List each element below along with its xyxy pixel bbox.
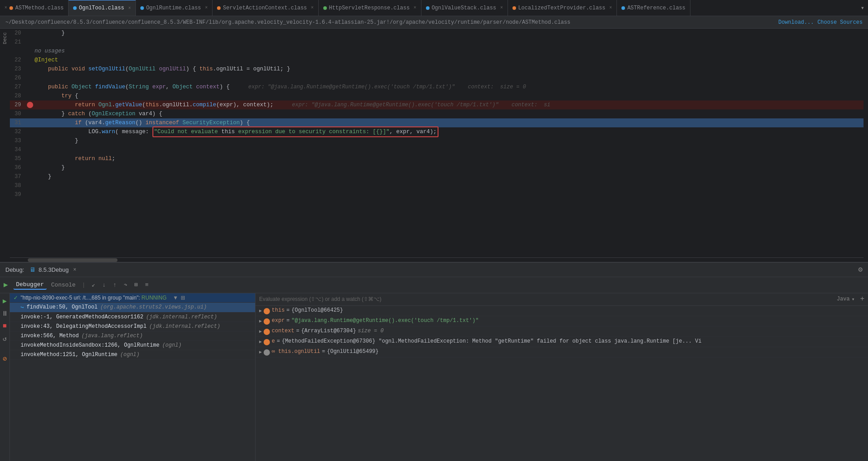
frame-class: (jdk.internal.reflect) bbox=[146, 314, 217, 320]
tab-ognlruntime[interactable]: OgnlRuntime.class × bbox=[136, 0, 213, 16]
stop-icon[interactable]: ■ bbox=[3, 322, 7, 330]
expand-arrow-icon[interactable]: ▶ bbox=[259, 329, 262, 334]
debug-resume-icon[interactable]: ▶ bbox=[4, 280, 8, 289]
close-icon[interactable]: × bbox=[414, 5, 417, 10]
code-line-30: 30 } catch (OgnlException var4) { bbox=[10, 109, 864, 118]
var-eq: = bbox=[277, 338, 280, 344]
line-number: 33 bbox=[10, 138, 26, 144]
code-line-38: 38 bbox=[10, 181, 864, 190]
close-icon[interactable]: × bbox=[205, 5, 208, 10]
tab-servletactioncontext[interactable]: ServletActionContext.class × bbox=[213, 0, 318, 16]
expand-arrow-icon[interactable]: ▶ bbox=[259, 308, 262, 313]
frame-item-4[interactable]: invokeMethodInsideSandbox:1266, OgnlRunt… bbox=[10, 341, 255, 350]
line-number: 32 bbox=[10, 129, 26, 135]
line-number: 21 bbox=[10, 39, 26, 45]
choose-sources-button[interactable]: Choose Sources bbox=[817, 19, 863, 26]
var-name: expr bbox=[272, 317, 285, 324]
left-gutter: Decc bbox=[0, 29, 10, 262]
code-line-39: 39 bbox=[10, 190, 864, 199]
var-val: "@java.lang.Runtime@getRuntime().exec('t… bbox=[291, 317, 479, 324]
var-type-icon bbox=[264, 318, 270, 325]
thread-item[interactable]: ✓ "http-nio-8090-exec-5 url: /t...,685 i… bbox=[10, 293, 255, 303]
code-line-35: 35 return null; bbox=[10, 154, 864, 163]
step-out-btn[interactable]: ↑ bbox=[110, 281, 119, 289]
vars-lang-label: Java bbox=[837, 296, 850, 302]
var-type: size = 0 bbox=[358, 328, 384, 334]
tab-astmethod[interactable]: × ASTMethod.class bbox=[0, 0, 69, 16]
close-icon[interactable]: × bbox=[128, 6, 131, 11]
mute-icon[interactable]: ⊘ bbox=[3, 355, 7, 363]
expand-arrow-icon[interactable]: ▶ bbox=[259, 339, 262, 344]
run-to-cursor-btn[interactable]: ↷ bbox=[121, 280, 130, 289]
restart-icon[interactable]: ↺ bbox=[3, 335, 7, 343]
expand-icon[interactable]: ⊞ bbox=[181, 295, 185, 301]
console-tab[interactable]: Console bbox=[48, 281, 78, 289]
var-item-expr[interactable]: ▶ expr = "@java.lang.Runtime@getRuntime(… bbox=[256, 316, 868, 326]
var-val: {OgnlTool@66425} bbox=[291, 307, 343, 313]
horizontal-scrollbar[interactable] bbox=[10, 257, 864, 262]
frame-item-0[interactable]: ↪ findValue:50, OgnlTool (org.apache.str… bbox=[10, 303, 255, 313]
tab-dot bbox=[512, 6, 516, 10]
tab-localizedtextprovider[interactable]: LocalizedTextProvider.class × bbox=[508, 0, 617, 16]
tab-astreference[interactable]: ASTReference.class bbox=[617, 0, 690, 16]
tab-httpservletresponse[interactable]: HttpServletResponse.class × bbox=[319, 0, 421, 16]
var-item-context[interactable]: ▶ context = {ArrayList@67304} size = 0 bbox=[256, 326, 868, 337]
var-name: context bbox=[272, 328, 294, 334]
frame-item-3[interactable]: invoke:566, Method (java.lang.reflect) bbox=[10, 331, 255, 341]
line-number: 23 bbox=[10, 66, 26, 72]
var-type-icon bbox=[264, 308, 270, 314]
line-number: 29 bbox=[10, 102, 26, 108]
resume-icon[interactable]: ▶ bbox=[3, 297, 7, 305]
code-text: return Ognl.getValue(this.ognlUtil.compi… bbox=[35, 100, 864, 109]
frame-item-5[interactable]: invokeMethod:1251, OgnlRuntime (ognl) bbox=[10, 350, 255, 360]
expand-arrow-icon[interactable]: ▶ bbox=[259, 349, 262, 355]
code-text: return null; bbox=[35, 154, 864, 163]
filter-icon[interactable]: ▼ bbox=[173, 295, 178, 301]
code-line-32: 32 LOG.warn( message: "Could not evaluat… bbox=[10, 127, 864, 136]
tab-dot bbox=[9, 6, 13, 10]
code-line-21: 21 bbox=[10, 38, 864, 47]
close-icon[interactable]: × bbox=[4, 5, 7, 10]
debugger-tab[interactable]: Debugger bbox=[13, 280, 47, 290]
frame-method: findValue:50, OgnlTool bbox=[26, 304, 97, 310]
line-number: 38 bbox=[10, 183, 26, 189]
breakpoint-icon[interactable] bbox=[27, 102, 33, 108]
vars-lang-selector[interactable]: Java ▾ + bbox=[837, 295, 864, 303]
var-item-ognlutil[interactable]: ▶ ∞ this.ognlUtil = {OgnlUtil@65499} bbox=[256, 347, 868, 357]
close-icon[interactable]: × bbox=[311, 5, 314, 10]
decompile-icon: Decc bbox=[2, 32, 8, 44]
download-button[interactable]: Download... bbox=[778, 19, 814, 26]
close-icon[interactable]: × bbox=[609, 5, 612, 10]
var-item-this[interactable]: ▶ this = {OgnlTool@66425} bbox=[256, 306, 868, 316]
step-over-btn[interactable]: ↙ bbox=[89, 280, 98, 289]
code-main: 20 } 21 no usages bbox=[10, 29, 864, 262]
evaluate-btn[interactable]: ⊞ bbox=[132, 280, 141, 289]
vertical-scrollbar[interactable] bbox=[864, 29, 868, 262]
debug-body: ▶ ⏸ ■ ↺ ⊘ ✓ "http-nio-8090-exec-5 url: /… bbox=[0, 293, 868, 461]
var-item-e[interactable]: ▶ e = {MethodFailedException@67306} "ogn… bbox=[256, 337, 868, 347]
code-text: public void setOgnlUtil(OgnlUtil ognlUti… bbox=[35, 65, 864, 74]
add-watch-icon[interactable]: + bbox=[860, 295, 864, 303]
tab-ognltool[interactable]: OgnlTool.class × bbox=[69, 0, 136, 16]
lines-area: 20 } 21 no usages bbox=[10, 29, 864, 257]
step-into-btn[interactable]: ↓ bbox=[100, 281, 108, 289]
scrollbar-thumb bbox=[28, 258, 117, 262]
var-val: {ArrayList@67304} bbox=[301, 328, 356, 334]
expand-arrow-icon[interactable]: ▶ bbox=[259, 318, 262, 324]
settings-icon[interactable]: ⚙ bbox=[858, 265, 863, 274]
tab-label: HttpServletResponse.class bbox=[329, 5, 410, 11]
line-number: 28 bbox=[10, 93, 26, 99]
tab-overflow[interactable]: ▾ bbox=[857, 4, 868, 12]
frame-item-1[interactable]: invoke:-1, GeneratedMethodAccessor1162 (… bbox=[10, 313, 255, 322]
layout-btn[interactable]: ≡ bbox=[143, 281, 152, 289]
close-icon[interactable]: × bbox=[500, 5, 503, 10]
frame-arrow-icon: ↪ bbox=[21, 304, 24, 311]
frame-class: (jdk.internal.reflect) bbox=[149, 323, 220, 330]
code-line-23: 23 public void setOgnlUtil(OgnlUtil ognl… bbox=[10, 65, 864, 74]
var-eq: = bbox=[322, 348, 325, 355]
frame-item-2[interactable]: invoke:43, DelegatingMethodAccessorImpl … bbox=[10, 322, 255, 331]
pause-icon[interactable]: ⏸ bbox=[1, 310, 8, 318]
tab-ognlvaluestack[interactable]: OgnlValueStack.class × bbox=[421, 0, 508, 16]
path-actions: Download... Choose Sources bbox=[778, 19, 863, 26]
close-session-button[interactable]: × bbox=[73, 266, 76, 273]
